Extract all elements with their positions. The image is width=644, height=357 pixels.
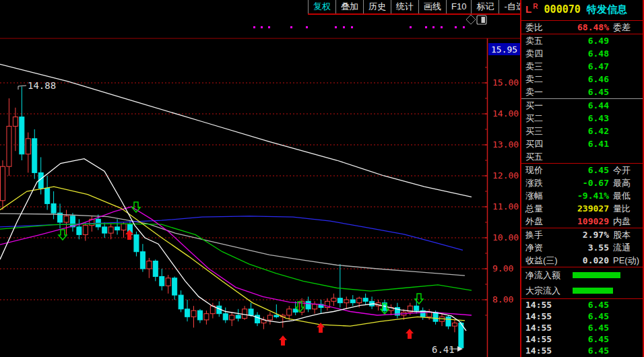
event-dot bbox=[290, 26, 292, 28]
ma-line-blue bbox=[0, 216, 463, 251]
money-flow-row: 净流入额 bbox=[521, 267, 643, 283]
tick-row-right-label bbox=[609, 299, 643, 311]
buy-level-row-label: 买四 bbox=[525, 137, 567, 150]
buy-level-row: 买三6.42 bbox=[521, 125, 643, 137]
stat-row-right-label: 流通 bbox=[609, 241, 643, 254]
axis-label: 10.00 bbox=[492, 232, 519, 242]
stat-row: 净资3.55流通 bbox=[521, 241, 643, 254]
stat-row-label: 涨跌 bbox=[525, 176, 567, 189]
buy-level-row: 买五 bbox=[521, 150, 643, 163]
stat-row: 收益(三)0.020PE(动) bbox=[521, 254, 643, 267]
toolbar-button-6[interactable]: 标记 bbox=[472, 0, 499, 13]
diamond-icon[interactable] bbox=[466, 15, 476, 24]
stat-row-label: 净资 bbox=[525, 241, 567, 254]
toolbar-button-0[interactable]: 复权 bbox=[308, 0, 336, 13]
sell-level-row: 卖一6.45 bbox=[521, 86, 643, 98]
buy-arrow-icon bbox=[279, 335, 287, 346]
buy-level-row: 买一6.44 bbox=[521, 99, 643, 112]
buy-arrow-icon bbox=[406, 329, 414, 339]
quote-panel: LR 000070 特发信息 委比 68.48% 委差 卖五6.49卖四6.48… bbox=[520, 0, 644, 357]
tick-row-label: 14:55 bbox=[525, 322, 567, 333]
sell-level-row-right-label bbox=[609, 73, 643, 86]
stat-row-label: 换手 bbox=[525, 228, 567, 241]
buy-level-row: 买四6.41 bbox=[521, 137, 643, 150]
toolbar-button-4[interactable]: 画线 bbox=[419, 0, 447, 13]
sell-level-row-value: 6.45 bbox=[567, 86, 609, 98]
stock-name: 特发信息 bbox=[587, 3, 627, 15]
toolbar-button-3[interactable]: 统计 bbox=[391, 0, 419, 13]
stat-row-label: 收益(三) bbox=[525, 254, 567, 267]
sell-levels: 卖五6.49卖四6.48卖三6.47卖二6.46卖一6.45 bbox=[521, 34, 643, 98]
stat-row-value: 3.55 bbox=[567, 241, 609, 254]
sell-level-row-label: 卖四 bbox=[525, 47, 567, 60]
flag-r: R bbox=[533, 3, 538, 10]
sell-level-row-right-label bbox=[609, 86, 643, 98]
stat-row-label: 外盘 bbox=[525, 215, 567, 228]
money-flow: 净流入额大宗流入 bbox=[521, 267, 643, 298]
flag-l: L bbox=[525, 3, 532, 15]
tick-row-value: 6.45 bbox=[567, 333, 609, 345]
tick-row-value: 6.45 bbox=[567, 322, 609, 333]
buy-level-row-value bbox=[567, 150, 609, 163]
stat-row-label: 总量 bbox=[525, 202, 567, 215]
tick-row: 14:556.45 bbox=[521, 333, 643, 345]
panel-toggle-icon[interactable] bbox=[477, 15, 486, 24]
buy-level-row-right-label bbox=[609, 150, 643, 163]
buy-level-row-right-label bbox=[609, 112, 643, 125]
money-flow-label: 大宗流入 bbox=[525, 283, 573, 298]
toolbar-button-2[interactable]: 历史 bbox=[364, 0, 391, 13]
ma-line-white-long bbox=[0, 64, 472, 197]
sell-level-row-label: 卖五 bbox=[525, 34, 567, 47]
tick-row-right-label bbox=[609, 311, 643, 322]
buy-level-row-right-label bbox=[609, 125, 643, 137]
event-dot bbox=[253, 26, 255, 28]
last-price-text: 6.41 bbox=[432, 344, 455, 355]
ma-line-white-short bbox=[0, 159, 466, 331]
sell-level-row-value: 6.46 bbox=[567, 73, 609, 86]
tick-row: 14:556.45 bbox=[521, 322, 643, 333]
buy-level-row-value: 6.43 bbox=[567, 112, 609, 125]
candles-group bbox=[1, 87, 463, 350]
stat-row-value: -0.67 bbox=[567, 176, 609, 189]
sell-level-row: 卖五6.49 bbox=[521, 34, 643, 47]
sell-level-row-right-label bbox=[609, 47, 643, 60]
max-price-label: 15.95 bbox=[491, 44, 517, 55]
buy-level-row-right-label bbox=[609, 99, 643, 112]
stat-row: 总量239027量比 bbox=[521, 202, 643, 215]
sell-level-row-right-label bbox=[609, 60, 643, 73]
tick-row-label: 14:55 bbox=[525, 345, 567, 356]
stat-row: 换手2.97%股本 bbox=[521, 228, 643, 241]
weibi-row: 委比 68.48% 委差 bbox=[521, 21, 643, 34]
candlestick-chart[interactable]: 15.0014.0013.0012.0011.0010.009.008.0015… bbox=[0, 0, 520, 357]
buy-level-row-value: 6.42 bbox=[567, 125, 609, 137]
event-dot bbox=[410, 26, 412, 28]
buy-level-row-right-label bbox=[609, 137, 643, 150]
toolbar-button-1[interactable]: 叠加 bbox=[336, 0, 364, 13]
event-dot bbox=[351, 26, 353, 28]
stat-row: 涨幅-9.41%最低 bbox=[521, 189, 643, 202]
buy-level-row-label: 买二 bbox=[525, 112, 567, 125]
peak-price-text: 14.88 bbox=[28, 80, 56, 91]
tick-list: 14:556.4514:556.4514:556.4514:556.4514:5… bbox=[521, 299, 643, 356]
fundamental-stats: 换手2.97%股本净资3.55流通收益(三)0.020PE(动) bbox=[521, 228, 643, 267]
axis-label: 12.00 bbox=[492, 170, 519, 181]
event-dot bbox=[463, 26, 465, 28]
sell-level-row: 卖二6.46 bbox=[521, 73, 643, 86]
event-dot bbox=[455, 26, 457, 28]
toolbar: 复权叠加历史统计画线F10标记-自选返回 bbox=[308, 0, 520, 15]
sell-level-row: 卖四6.48 bbox=[521, 47, 643, 60]
event-dot bbox=[343, 26, 345, 28]
stat-row-right-label: 股本 bbox=[609, 228, 643, 241]
money-flow-bar bbox=[573, 288, 613, 294]
weicha-label: 委差 bbox=[609, 21, 643, 34]
gridlines: 15.0014.0013.0012.0011.0010.009.008.00 bbox=[0, 67, 519, 315]
stat-row-value: 2.97% bbox=[567, 228, 609, 241]
stat-row-right-label: PE(动) bbox=[609, 254, 643, 267]
event-dot bbox=[306, 26, 308, 28]
sell-level-row-value: 6.48 bbox=[567, 47, 609, 60]
peak-price-leader bbox=[18, 86, 26, 90]
stat-row-right-label: 最低 bbox=[609, 189, 643, 202]
tick-row-value: 6.45 bbox=[567, 345, 609, 356]
toolbar-button-f10[interactable]: F10 bbox=[447, 0, 472, 13]
ma-line-gray bbox=[0, 214, 465, 275]
